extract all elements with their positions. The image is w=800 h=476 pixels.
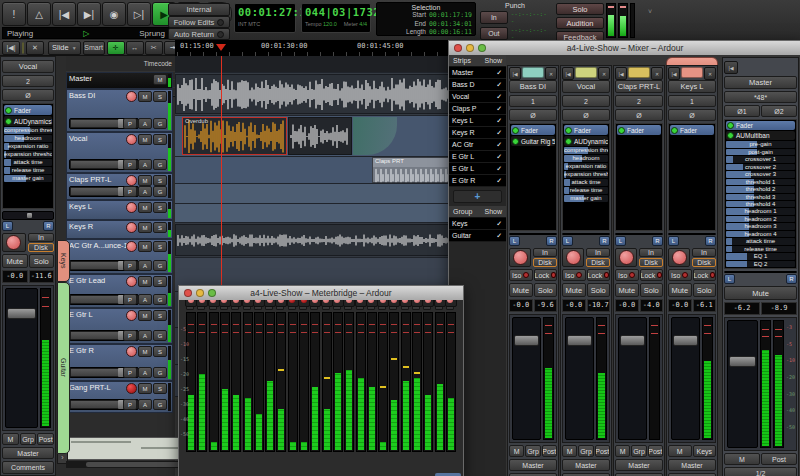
gain-display[interactable]: -0.0	[668, 299, 692, 312]
plugin-control-expansion-threshold[interactable]: expansion threshold	[564, 171, 608, 178]
processor-audynamicspro[interactable]: AUDynamicsPro	[4, 116, 52, 126]
record-enable-button[interactable]	[126, 346, 137, 357]
monitor-audition-button[interactable]: Audition	[556, 17, 604, 29]
peak-display[interactable]: -9.6	[534, 299, 558, 312]
edit-mode-dropdown[interactable]: Slide▼	[48, 41, 81, 55]
record-enable-dot[interactable]	[321, 300, 333, 307]
track-header-e-gtr-lead[interactable]: E Gtr LeadMSPAG	[66, 274, 173, 308]
show-checkmark[interactable]: ✓	[496, 140, 502, 149]
record-enable-dot[interactable]	[434, 300, 446, 307]
range-tool[interactable]: ↔	[126, 41, 144, 55]
peak-display[interactable]: -10.7	[587, 299, 611, 312]
mute-button[interactable]: Mute	[615, 283, 639, 297]
plugin-control-release-time[interactable]: release time	[726, 246, 795, 252]
pan-slider[interactable]	[2, 211, 54, 220]
phase-button[interactable]: Ø	[615, 109, 663, 121]
solo-iso-button[interactable]: Iso	[615, 269, 639, 281]
processor-fader[interactable]: Fader	[617, 125, 661, 135]
strip-color-bar[interactable]	[575, 67, 597, 78]
mute-button[interactable]: M	[138, 202, 152, 213]
solo-iso-button[interactable]: Iso	[562, 269, 586, 281]
fader-lock-button[interactable]: Lock	[587, 269, 611, 281]
record-enable-dot[interactable]	[185, 300, 197, 307]
processor-led[interactable]	[512, 127, 519, 134]
plugin-control-headroom[interactable]: headroom	[564, 155, 608, 162]
track-header-gang-prt-l[interactable]: Gang PRT-LMSPAG	[66, 381, 173, 413]
output-button[interactable]: Master	[615, 459, 663, 471]
mute-button[interactable]: M	[138, 222, 152, 233]
record-enable-dot[interactable]	[264, 300, 276, 307]
record-enable-button[interactable]	[126, 310, 137, 321]
strip-name-button[interactable]: Vocal	[2, 60, 54, 73]
fader-handle[interactable]	[729, 356, 756, 367]
pan-right-button[interactable]: R	[546, 236, 557, 246]
strips-list-item[interactable]: E Gtr R✓	[449, 175, 506, 187]
show-checkmark[interactable]: ✓	[496, 116, 502, 125]
record-enable-button[interactable]	[562, 248, 584, 267]
gain-fader[interactable]	[671, 317, 700, 440]
strips-list-item[interactable]: Vocal✓	[449, 91, 506, 103]
record-enable-button[interactable]	[509, 248, 531, 267]
show-checkmark[interactable]: ✓	[496, 219, 502, 228]
track-g-button[interactable]: G	[153, 118, 167, 129]
plugin-control-headroom[interactable]: headroom	[4, 135, 52, 142]
bottom-grp-button[interactable]: Grp	[20, 433, 37, 445]
mute-button[interactable]: M	[138, 134, 152, 145]
phase-button[interactable]: Ø	[562, 109, 610, 121]
pan-right-button[interactable]: R	[652, 236, 663, 246]
monitor-input-button[interactable]: In	[28, 233, 54, 242]
record-enable-dot[interactable]	[196, 300, 208, 307]
bottom-m-button[interactable]: M	[724, 453, 760, 465]
track-a-button[interactable]: A	[138, 399, 152, 410]
smart-mode-button[interactable]: Smart	[83, 41, 105, 55]
strips-list-item[interactable]: Claps P✓	[449, 103, 506, 115]
region-bass-di[interactable]	[175, 74, 460, 114]
fader-handle[interactable]	[673, 335, 698, 346]
track-p-button[interactable]: P	[123, 294, 137, 305]
output-button[interactable]: 1/2	[724, 467, 797, 476]
track-header-e-gtr-r[interactable]: E Gtr RMSPAG	[66, 344, 173, 381]
shuttle-mode[interactable]: Sprung	[139, 29, 165, 38]
mute-button[interactable]: M	[138, 310, 152, 321]
track-p-button[interactable]: P	[123, 260, 137, 271]
bottom-m-button[interactable]: M	[615, 445, 630, 457]
processor-fader[interactable]: Fader	[4, 105, 52, 115]
plugin-control-expansion-ratio[interactable]: expansion ratio	[4, 143, 52, 150]
gain-fader[interactable]	[618, 317, 647, 440]
mute-button[interactable]: M	[138, 241, 152, 252]
plugin-control-expansion-ratio[interactable]: expansion ratio	[564, 163, 608, 170]
solo-button[interactable]: S	[153, 346, 167, 357]
show-checkmark[interactable]: ✓	[496, 164, 502, 173]
follow-edits-button[interactable]: Follow Edits	[168, 16, 230, 28]
processor-led[interactable]	[5, 107, 12, 114]
strip-subname-button[interactable]: *48*	[724, 91, 797, 103]
mute-button[interactable]: Mute	[2, 254, 28, 268]
processor-led[interactable]	[5, 118, 12, 125]
fader-handle[interactable]	[620, 335, 645, 346]
close-window-icon[interactable]	[184, 289, 192, 297]
fader-handle[interactable]	[514, 335, 539, 346]
solo-iso-button[interactable]: Iso	[509, 269, 533, 281]
region-ac-gtr[interactable]	[175, 224, 460, 256]
solo-button[interactable]: Solo	[693, 283, 717, 297]
record-enable-dot[interactable]	[332, 300, 344, 307]
plugin-control-threshold-2[interactable]: threshold 2	[726, 186, 795, 192]
mute-button[interactable]: Mute	[668, 283, 692, 297]
plugin-control-headroom-1[interactable]: headroom 1	[726, 208, 795, 214]
monitor-solo-button[interactable]: Solo	[556, 3, 604, 15]
pan-slider[interactable]	[509, 233, 557, 235]
track-a-button[interactable]: A	[138, 294, 152, 305]
solo-button[interactable]: S	[153, 241, 167, 252]
minimize-window-icon[interactable]	[196, 289, 204, 297]
record-enable-dot[interactable]	[422, 300, 434, 307]
processor-led[interactable]	[512, 138, 519, 145]
punch-out-button[interactable]: Out	[480, 27, 508, 40]
region-crossfade[interactable]	[353, 117, 397, 155]
pan-right-button[interactable]: R	[43, 221, 54, 231]
gain-display[interactable]: -6.2	[724, 302, 760, 315]
strips-list-item[interactable]: AC Gtr✓	[449, 139, 506, 151]
track-p-button[interactable]: P	[123, 118, 137, 129]
play-range-button[interactable]: ▷|	[127, 2, 151, 26]
track-a-button[interactable]: A	[138, 260, 152, 271]
pan-left-button[interactable]: L	[724, 274, 735, 284]
